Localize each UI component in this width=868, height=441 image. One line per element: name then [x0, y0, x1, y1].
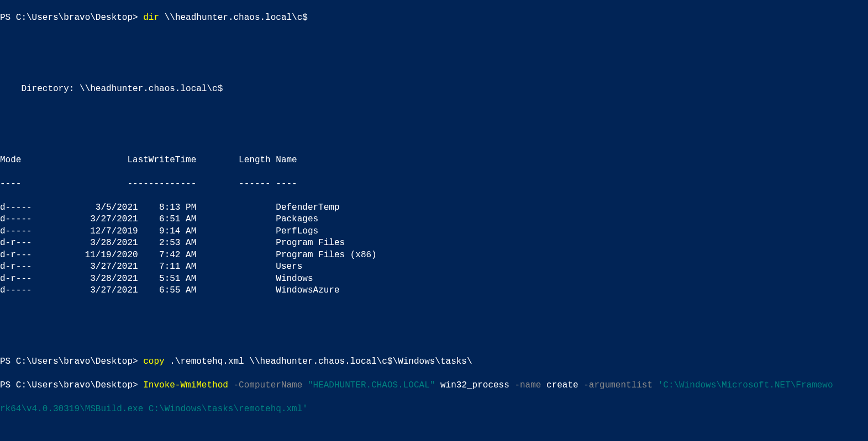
table-row: d----- 3/27/2021 6:55 AM WindowsAzure: [0, 285, 868, 297]
table-divider: ---- ------------- ------ ----: [0, 178, 868, 190]
table-row: d-r--- 3/28/2021 5:51 AM Windows: [0, 273, 868, 285]
value-argumentlist-a: 'C:\Windows\Microsoft.NET\Framewo: [658, 380, 833, 390]
value-computername: "HEADHUNTER.CHAOS.LOCAL": [308, 380, 435, 390]
prompt: PS C:\Users\bravo\Desktop>: [0, 13, 138, 23]
blank-line: [0, 332, 868, 344]
prompt: PS C:\Users\bravo\Desktop>: [0, 380, 138, 390]
directory-path: \\headhunter.chaos.local\c$: [80, 84, 223, 94]
copy-dst: \\headhunter.chaos.local\c$\Windows\task…: [249, 357, 472, 366]
directory-header: Directory: \\headhunter.chaos.local\c$: [0, 83, 868, 95]
invoke-command: Invoke-WmiMethod: [143, 380, 228, 390]
table-row: d----- 12/7/2019 9:14 AM PerfLogs: [0, 226, 868, 238]
table-row: d-r--- 3/27/2021 7:11 AM Users: [0, 261, 868, 273]
powershell-terminal[interactable]: PS C:\Users\bravo\Desktop> dir \\headhun…: [0, 0, 868, 441]
copy-command: copy: [143, 357, 164, 366]
command-line-3-wrap: rk64\v4.0.30319\MSBuild.exe C:\Windows\t…: [0, 403, 868, 416]
table-header: Mode LastWriteTime Length Name: [0, 155, 868, 167]
table-row: d----- 3/27/2021 6:51 AM Packages: [0, 214, 868, 226]
prompt: PS C:\Users\bravo\Desktop>: [0, 357, 138, 366]
command-line-3: PS C:\Users\bravo\Desktop> Invoke-WmiMet…: [0, 380, 868, 392]
table-body: d----- 3/5/2021 8:13 PM DefenderTempd---…: [0, 202, 868, 297]
dir-command: dir: [143, 13, 159, 23]
value-argumentlist-b: rk64\v4.0.30319\MSBuild.exe C:\Windows\t…: [0, 404, 308, 414]
blank-line: [0, 427, 868, 439]
table-row: d-r--- 3/28/2021 2:53 AM Program Files: [0, 237, 868, 249]
copy-src: .\remotehq.xml: [170, 357, 244, 366]
blank-line: [0, 36, 868, 48]
param-computername: -ComputerName: [233, 380, 302, 390]
wmi-class: win32_process: [440, 380, 509, 390]
blank-line: [0, 107, 868, 119]
command-line-1: PS C:\Users\bravo\Desktop> dir \\headhun…: [0, 12, 868, 24]
value-name: create: [546, 380, 578, 390]
param-name: -name: [514, 380, 541, 390]
table-row: d----- 3/5/2021 8:13 PM DefenderTemp: [0, 202, 868, 214]
param-argumentlist: -argumentlist: [583, 380, 653, 390]
blank-line: [0, 309, 868, 321]
command-line-2: PS C:\Users\bravo\Desktop> copy .\remote…: [0, 356, 868, 368]
table-row: d-r--- 11/19/2020 7:42 AM Program Files …: [0, 249, 868, 262]
dir-arg: \\headhunter.chaos.local\c$: [165, 13, 308, 23]
directory-label: Directory:: [0, 84, 74, 94]
blank-line: [0, 60, 868, 72]
blank-line: [0, 131, 868, 143]
